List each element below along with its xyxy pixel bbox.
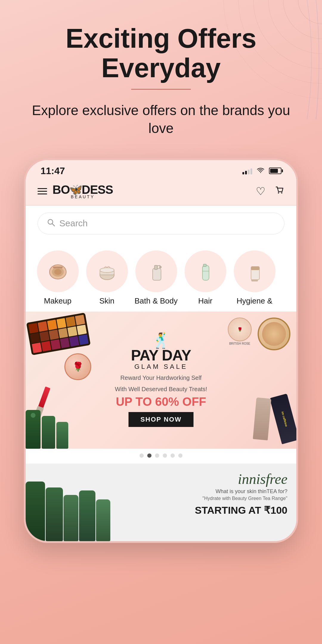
search-placeholder: Search bbox=[59, 218, 88, 228]
svg-rect-13 bbox=[53, 267, 63, 268]
innisfree-section: innisfree What is your skin thinTEA for?… bbox=[26, 464, 296, 541]
banner-center-content: 🕺 PAY DAY GLAM SALE Reward Your Hardwork… bbox=[115, 333, 207, 427]
category-bath-body[interactable]: Bath & Body bbox=[133, 250, 179, 306]
banner-tagline2: With Well Deserved Beauty Treats! bbox=[115, 385, 207, 393]
hero-section: Exciting Offers Everyday Explore exclusi… bbox=[0, 0, 322, 146]
search-section: Search bbox=[26, 205, 296, 242]
cart-icon[interactable] bbox=[274, 185, 284, 198]
banner-section: 🌹 🌹 BRITISH ROSE bbox=[26, 312, 296, 449]
categories-row: Makeup Skin bbox=[35, 250, 287, 306]
category-hygiene[interactable]: Hygiene & bbox=[231, 250, 278, 306]
phone-mockup: 11:47 bbox=[24, 158, 298, 543]
category-hygiene-circle bbox=[234, 250, 275, 292]
app-header-left: BO🦋DESS BEAUTY bbox=[38, 184, 113, 199]
category-makeup-circle bbox=[37, 250, 79, 292]
category-hair[interactable]: Hair bbox=[182, 250, 228, 306]
status-bar: 11:47 bbox=[26, 160, 296, 179]
app-header: BO🦋DESS BEAUTY ♡ bbox=[26, 179, 296, 205]
banner-tagline1: Reward Your Hardworking Self bbox=[115, 374, 207, 382]
hero-title: Exciting Offers Everyday bbox=[18, 24, 304, 83]
status-time: 11:47 bbox=[41, 165, 65, 177]
dot-6[interactable] bbox=[178, 453, 182, 458]
status-icons bbox=[242, 166, 281, 176]
svg-rect-25 bbox=[251, 267, 259, 270]
banner-event-name: PAY DAY bbox=[115, 348, 207, 363]
dot-2[interactable] bbox=[147, 453, 151, 458]
hero-title-line2: Everyday bbox=[101, 53, 221, 83]
banner-event-sub: GLAM SALE bbox=[115, 363, 207, 371]
svg-rect-22 bbox=[202, 271, 209, 272]
categories-section: Makeup Skin bbox=[26, 242, 296, 312]
svg-point-19 bbox=[159, 266, 162, 268]
hero-divider bbox=[131, 89, 191, 90]
innisfree-subtitle: "Hydrate with Beauty Green Tea Range" bbox=[195, 496, 287, 501]
svg-line-9 bbox=[52, 224, 55, 226]
banner-dots bbox=[26, 449, 296, 464]
dot-5[interactable] bbox=[171, 453, 175, 458]
svg-point-6 bbox=[278, 192, 279, 193]
category-hygiene-label: Hygiene & bbox=[237, 296, 273, 306]
innisfree-products bbox=[26, 482, 110, 541]
svg-rect-21 bbox=[203, 264, 206, 267]
svg-rect-18 bbox=[154, 265, 157, 270]
wishlist-icon[interactable]: ♡ bbox=[256, 185, 265, 198]
category-makeup-label: Makeup bbox=[44, 296, 72, 306]
banner-figure: 🕺 bbox=[115, 333, 207, 348]
category-hair-label: Hair bbox=[198, 296, 213, 306]
dot-3[interactable] bbox=[155, 453, 159, 458]
innisfree-text: innisfree What is your skin thinTEA for?… bbox=[195, 471, 287, 516]
innisfree-offer: STARTING AT ₹100 bbox=[195, 504, 287, 516]
hamburger-menu-button[interactable] bbox=[38, 188, 47, 194]
dot-1[interactable] bbox=[140, 453, 144, 458]
hero-title-line1: Exciting Offers bbox=[66, 24, 256, 53]
svg-rect-17 bbox=[153, 268, 161, 280]
svg-point-7 bbox=[281, 192, 282, 193]
search-bar[interactable]: Search bbox=[38, 213, 284, 234]
banner-offer: UP TO 60% OFF bbox=[115, 395, 207, 408]
category-makeup[interactable]: Makeup bbox=[35, 250, 81, 306]
svg-rect-20 bbox=[202, 265, 209, 280]
battery-icon bbox=[269, 168, 281, 174]
dot-4[interactable] bbox=[163, 453, 167, 458]
innisfree-brand: innisfree bbox=[195, 471, 287, 487]
category-bath-circle bbox=[135, 250, 177, 292]
category-hair-circle bbox=[185, 250, 226, 292]
hero-subtitle: Explore exclusive offers on the brands y… bbox=[18, 102, 304, 137]
banner-image: 🌹 🌹 BRITISH ROSE bbox=[26, 312, 296, 449]
category-skin-circle bbox=[86, 250, 128, 292]
innisfree-tagline: What is your skin thinTEA for? bbox=[195, 488, 287, 495]
svg-point-16 bbox=[100, 268, 114, 273]
category-skin[interactable]: Skin bbox=[84, 250, 130, 306]
brand-logo-container: BO🦋DESS BEAUTY bbox=[52, 184, 113, 199]
wifi-icon bbox=[256, 166, 265, 176]
category-skin-label: Skin bbox=[99, 296, 114, 306]
svg-point-12 bbox=[54, 269, 61, 275]
signal-icon bbox=[242, 167, 252, 174]
search-icon bbox=[47, 218, 55, 229]
app-header-right: ♡ bbox=[256, 185, 284, 198]
shop-now-button[interactable]: SHOP NOW bbox=[129, 412, 193, 427]
brand-logo: BO🦋DESS bbox=[52, 184, 113, 196]
phone-wrapper: 11:47 bbox=[0, 158, 322, 543]
svg-marker-24 bbox=[251, 280, 258, 281]
category-bath-label: Bath & Body bbox=[134, 296, 178, 306]
